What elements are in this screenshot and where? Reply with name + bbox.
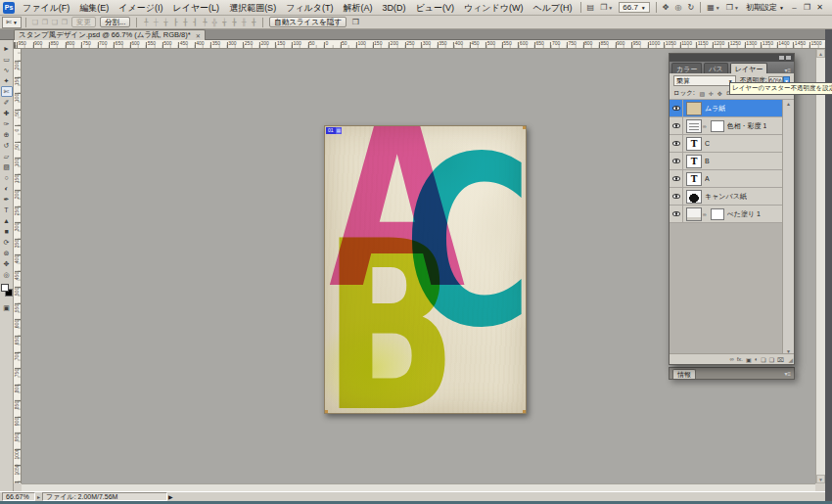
vertical-ruler[interactable]: 2001501005005010015020025030035040045050… bbox=[14, 49, 22, 483]
foreground-color-swatch[interactable] bbox=[1, 284, 9, 292]
close-panel-icon[interactable] bbox=[786, 56, 791, 60]
zoom-tool-icon[interactable]: ◎ bbox=[672, 1, 685, 14]
layers-scrollbar[interactable]: ▲ ▼ bbox=[782, 100, 794, 355]
layer-row-1[interactable]: ∞色相・彩度 1 bbox=[670, 117, 784, 135]
scroll-up-icon[interactable]: ▲ bbox=[816, 49, 825, 58]
eraser-tool-button[interactable]: ▱ bbox=[1, 151, 13, 161]
pen-tool-button[interactable]: ✒ bbox=[1, 194, 13, 205]
brush-tool-button[interactable]: ✑ bbox=[1, 118, 13, 129]
menu-item-8[interactable]: ビュー(V) bbox=[410, 0, 458, 16]
layer-thumbnail[interactable]: T bbox=[686, 155, 702, 168]
quick-mask-icon[interactable]: ▣ bbox=[1, 304, 13, 312]
layer-thumbnail[interactable] bbox=[686, 119, 702, 133]
link-layers-icon[interactable]: ∞ bbox=[729, 356, 733, 362]
rectangle-tool-button[interactable]: ■ bbox=[1, 226, 13, 237]
zoom-level-control[interactable]: 66.7 ▼ bbox=[619, 2, 650, 13]
visibility-eye-icon[interactable] bbox=[670, 117, 683, 134]
layer-thumbnail[interactable] bbox=[686, 190, 702, 204]
layer-row-5[interactable]: キャンバス紙 bbox=[670, 188, 784, 206]
menu-item-2[interactable]: イメージ(I) bbox=[114, 0, 167, 16]
screen-mode-icon[interactable]: ❒▼ bbox=[723, 1, 742, 14]
menu-item-10[interactable]: ヘルプ(H) bbox=[528, 0, 577, 16]
document-canvas[interactable]: ACB 01 ▦ bbox=[324, 125, 527, 414]
promote-button[interactable]: 変更 bbox=[71, 17, 96, 27]
horizontal-scrollbar[interactable] bbox=[22, 483, 815, 491]
path-selection-tool-button[interactable]: ▲ bbox=[1, 215, 13, 226]
panel-tab-other[interactable]: カラー bbox=[671, 63, 702, 73]
layer-row-2[interactable]: TC bbox=[670, 135, 784, 153]
clone-stamp-tool-button[interactable]: ⊕ bbox=[1, 129, 13, 140]
layer-thumbnail[interactable] bbox=[686, 207, 702, 221]
bring-to-front-icon[interactable]: ❏ bbox=[30, 19, 40, 26]
minimize-button[interactable]: – bbox=[788, 3, 801, 12]
rotate-view-icon[interactable]: ↻ bbox=[684, 1, 697, 14]
align-vcenter-icon[interactable]: ┼ bbox=[151, 19, 161, 26]
visibility-eye-icon[interactable] bbox=[670, 153, 683, 169]
menu-item-6[interactable]: 解析(A) bbox=[338, 0, 377, 16]
visibility-eye-icon[interactable] bbox=[670, 206, 683, 222]
layer-row-4[interactable]: TA bbox=[670, 170, 784, 188]
workspace-switcher[interactable]: 初期設定 ▼ bbox=[742, 2, 788, 13]
panel-menu-icon[interactable]: ▾≡ bbox=[781, 67, 794, 73]
hand-tool-button[interactable]: ✥ bbox=[1, 258, 13, 269]
visibility-eye-icon[interactable] bbox=[670, 188, 683, 205]
restore-button[interactable]: ❐ bbox=[801, 3, 813, 12]
3d-rotate-tool-button[interactable]: ⟳ bbox=[1, 237, 13, 248]
panel-tab-layers[interactable]: レイヤー bbox=[730, 63, 768, 73]
distribute-top-icon[interactable]: ╄ bbox=[200, 19, 209, 26]
visibility-eye-icon[interactable] bbox=[670, 135, 683, 152]
hand-tool-icon[interactable]: ✥ bbox=[660, 1, 672, 14]
delete-layer-icon[interactable]: ⌧ bbox=[777, 356, 784, 363]
divide-button[interactable]: 分割... bbox=[100, 17, 130, 27]
new-adjustment-layer-icon[interactable]: ◐ bbox=[755, 356, 759, 362]
layer-row-3[interactable]: TB bbox=[670, 153, 784, 170]
arrange-documents-icon[interactable]: ▦▼ bbox=[704, 1, 723, 14]
type-tool-button[interactable]: T bbox=[1, 205, 13, 215]
menu-item-1[interactable]: 編集(E) bbox=[74, 0, 114, 16]
3d-orbit-tool-button[interactable]: ⊚ bbox=[1, 248, 13, 258]
send-backward-icon[interactable]: ❑ bbox=[50, 19, 60, 26]
blur-tool-button[interactable]: ○ bbox=[1, 172, 13, 183]
status-menu-arrow-icon[interactable]: ▶ bbox=[168, 493, 173, 500]
slice-select-tool-button[interactable]: ✄ bbox=[1, 86, 13, 97]
new-layer-icon[interactable]: ❑ bbox=[769, 356, 774, 363]
distribute-vcenter-icon[interactable]: ╬ bbox=[209, 19, 219, 26]
layer-mask-thumbnail[interactable] bbox=[711, 120, 724, 132]
horizontal-ruler[interactable]: 9509008508007507006506005505004504003503… bbox=[14, 40, 825, 49]
panel-menu-icon[interactable]: ▾≡ bbox=[781, 370, 794, 379]
layer-thumbnail[interactable]: T bbox=[686, 137, 702, 151]
bring-forward-icon[interactable]: ❐ bbox=[40, 19, 50, 26]
panel-title-bar[interactable] bbox=[670, 54, 794, 62]
healing-brush-tool-button[interactable]: ✚ bbox=[1, 108, 13, 118]
collapse-panel-icon[interactable] bbox=[779, 56, 784, 60]
align-top-icon[interactable]: ╀ bbox=[141, 19, 151, 26]
vertical-scrollbar[interactable]: ▲ ▼ bbox=[815, 49, 825, 483]
menu-item-0[interactable]: ファイル(F) bbox=[18, 0, 74, 16]
panel-resize-grip[interactable]: ◢ bbox=[788, 356, 793, 363]
align-left-icon[interactable]: ┠ bbox=[170, 19, 180, 26]
layer-thumbnail[interactable]: T bbox=[686, 172, 702, 186]
view-extras-icon[interactable]: ❐▼ bbox=[597, 1, 616, 14]
hide-auto-slices-button[interactable]: 自動スライスを隠す bbox=[269, 17, 347, 27]
status-zoom-input[interactable]: 66.67% bbox=[2, 492, 35, 501]
menu-item-7[interactable]: 3D(D) bbox=[377, 0, 410, 16]
menu-item-9[interactable]: ウィンドウ(W) bbox=[459, 0, 529, 16]
lasso-tool-button[interactable]: ∿ bbox=[1, 65, 13, 75]
align-hcenter-icon[interactable]: ╂ bbox=[180, 19, 190, 26]
menu-item-3[interactable]: レイヤー(L) bbox=[167, 0, 224, 16]
distribute-bottom-icon[interactable]: ╅ bbox=[219, 19, 229, 26]
menu-item-5[interactable]: フィルタ(T) bbox=[281, 0, 338, 16]
layer-style-icon[interactable]: fx. bbox=[737, 356, 743, 362]
tab-info[interactable]: 情報 bbox=[672, 369, 696, 379]
scroll-up-icon[interactable]: ▲ bbox=[783, 100, 794, 108]
gradient-tool-button[interactable]: ▨ bbox=[1, 161, 13, 172]
history-brush-tool-button[interactable]: ↺ bbox=[1, 140, 13, 151]
menu-item-4[interactable]: 選択範囲(S) bbox=[224, 0, 281, 16]
layer-mask-thumbnail[interactable] bbox=[711, 208, 724, 220]
new-group-icon[interactable]: ❏ bbox=[761, 356, 765, 363]
lock-position-icon[interactable]: ✥ bbox=[716, 90, 724, 97]
close-tab-icon[interactable]: ✕ bbox=[196, 32, 201, 39]
layer-row-0[interactable]: ムラ紙 bbox=[670, 100, 784, 117]
send-to-back-icon[interactable]: ❒ bbox=[60, 19, 69, 26]
visibility-eye-icon[interactable] bbox=[670, 170, 683, 187]
